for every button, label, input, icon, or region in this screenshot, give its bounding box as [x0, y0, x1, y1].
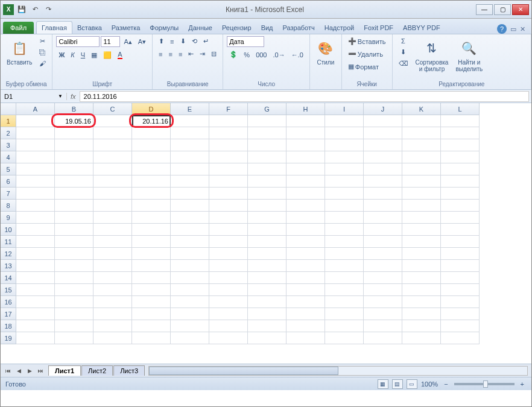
- cell-I16[interactable]: [325, 296, 364, 308]
- cell-H5[interactable]: [287, 163, 325, 175]
- cell-J14[interactable]: [364, 272, 402, 284]
- select-all-corner[interactable]: [1, 103, 16, 115]
- tab-addins[interactable]: Надстрой: [320, 22, 359, 34]
- cell-D16[interactable]: [132, 296, 171, 308]
- merge-icon[interactable]: ⊟: [209, 49, 219, 59]
- formula-bar[interactable]: 20.11.2016: [80, 91, 529, 102]
- cell-H15[interactable]: [287, 284, 325, 296]
- cell-D17[interactable]: [132, 308, 171, 320]
- col-header-F[interactable]: F: [209, 103, 248, 115]
- cell-B5[interactable]: [55, 163, 93, 175]
- col-header-C[interactable]: C: [93, 103, 132, 115]
- cell-L4[interactable]: [441, 151, 480, 163]
- sheet-nav-first[interactable]: ⏮: [3, 366, 13, 376]
- row-header-16[interactable]: 16: [1, 296, 16, 308]
- tab-formulas[interactable]: Формулы: [145, 22, 183, 34]
- cell-J18[interactable]: [364, 320, 402, 332]
- cell-G5[interactable]: [248, 163, 287, 175]
- excel-icon[interactable]: X: [3, 4, 14, 15]
- cell-G18[interactable]: [248, 320, 287, 332]
- cell-E7[interactable]: [171, 188, 209, 200]
- sheet-nav-next[interactable]: ▶: [25, 366, 34, 376]
- cell-L11[interactable]: [441, 236, 480, 248]
- sheet-tab-2[interactable]: Лист2: [81, 365, 113, 376]
- cell-A1[interactable]: [16, 115, 55, 127]
- cell-G17[interactable]: [248, 308, 287, 320]
- cell-D19[interactable]: [132, 332, 171, 344]
- cell-L7[interactable]: [441, 188, 480, 200]
- cell-C6[interactable]: [93, 175, 132, 188]
- fill-color-icon[interactable]: 🟨: [101, 50, 114, 60]
- cell-G4[interactable]: [248, 151, 287, 163]
- format-cells-button[interactable]: ▦Формат: [346, 62, 381, 72]
- cell-C18[interactable]: [93, 320, 132, 332]
- cell-H9[interactable]: [287, 212, 325, 224]
- cell-L12[interactable]: [441, 248, 480, 260]
- cell-H4[interactable]: [287, 151, 325, 163]
- tab-insert[interactable]: Вставка: [72, 22, 107, 34]
- cell-F17[interactable]: [209, 308, 248, 320]
- cell-K1[interactable]: [402, 115, 441, 127]
- cell-B17[interactable]: [55, 308, 93, 320]
- cell-B2[interactable]: [55, 127, 93, 139]
- copy-icon[interactable]: ⿻: [37, 48, 48, 57]
- cell-F10[interactable]: [209, 224, 248, 236]
- align-left-icon[interactable]: ≡: [156, 49, 165, 59]
- row-header-19[interactable]: 19: [1, 332, 16, 344]
- cell-H6[interactable]: [287, 175, 325, 188]
- paste-button[interactable]: 📋 Вставить: [4, 36, 34, 68]
- cell-K2[interactable]: [402, 127, 441, 139]
- cell-H8[interactable]: [287, 200, 325, 212]
- tab-developer[interactable]: Разработч: [278, 22, 320, 34]
- cell-J17[interactable]: [364, 308, 402, 320]
- cell-L8[interactable]: [441, 200, 480, 212]
- cell-K6[interactable]: [402, 175, 441, 188]
- percent-icon[interactable]: %: [241, 50, 252, 60]
- cell-H13[interactable]: [287, 260, 325, 272]
- cell-L6[interactable]: [441, 175, 480, 188]
- cell-I18[interactable]: [325, 320, 364, 332]
- cell-A13[interactable]: [16, 260, 55, 272]
- cell-F2[interactable]: [209, 127, 248, 139]
- cell-I15[interactable]: [325, 284, 364, 296]
- cell-C17[interactable]: [93, 308, 132, 320]
- cell-B4[interactable]: [55, 151, 93, 163]
- cell-F14[interactable]: [209, 272, 248, 284]
- cell-E4[interactable]: [171, 151, 209, 163]
- align-bottom-icon[interactable]: ⬇: [178, 36, 188, 46]
- cell-D14[interactable]: [132, 272, 171, 284]
- cell-H19[interactable]: [287, 332, 325, 344]
- cell-E1[interactable]: [171, 115, 209, 127]
- cell-C3[interactable]: [93, 139, 132, 151]
- sheet-tab-1[interactable]: Лист1: [48, 365, 81, 376]
- cell-I12[interactable]: [325, 248, 364, 260]
- cell-F8[interactable]: [209, 200, 248, 212]
- cell-G11[interactable]: [248, 236, 287, 248]
- cell-B12[interactable]: [55, 248, 93, 260]
- cell-D13[interactable]: [132, 260, 171, 272]
- cell-I19[interactable]: [325, 332, 364, 344]
- cell-I1[interactable]: [325, 115, 364, 127]
- cell-J9[interactable]: [364, 212, 402, 224]
- cell-F12[interactable]: [209, 248, 248, 260]
- cell-E13[interactable]: [171, 260, 209, 272]
- cell-E10[interactable]: [171, 224, 209, 236]
- cell-J3[interactable]: [364, 139, 402, 151]
- cell-D6[interactable]: [132, 175, 171, 188]
- cell-F3[interactable]: [209, 139, 248, 151]
- underline-button[interactable]: Ч: [78, 50, 87, 60]
- cell-L2[interactable]: [441, 127, 480, 139]
- cell-G15[interactable]: [248, 284, 287, 296]
- row-header-6[interactable]: 6: [1, 175, 16, 188]
- view-pagebreak-icon[interactable]: ▭: [407, 379, 417, 389]
- cell-D18[interactable]: [132, 320, 171, 332]
- decrease-font-icon[interactable]: A▾: [136, 37, 148, 47]
- cell-C8[interactable]: [93, 200, 132, 212]
- align-top-icon[interactable]: ⬆: [156, 36, 166, 46]
- cell-G14[interactable]: [248, 272, 287, 284]
- doc-close-icon[interactable]: ✕: [520, 25, 525, 33]
- cell-E8[interactable]: [171, 200, 209, 212]
- cell-I8[interactable]: [325, 200, 364, 212]
- cell-I13[interactable]: [325, 260, 364, 272]
- cell-K15[interactable]: [402, 284, 441, 296]
